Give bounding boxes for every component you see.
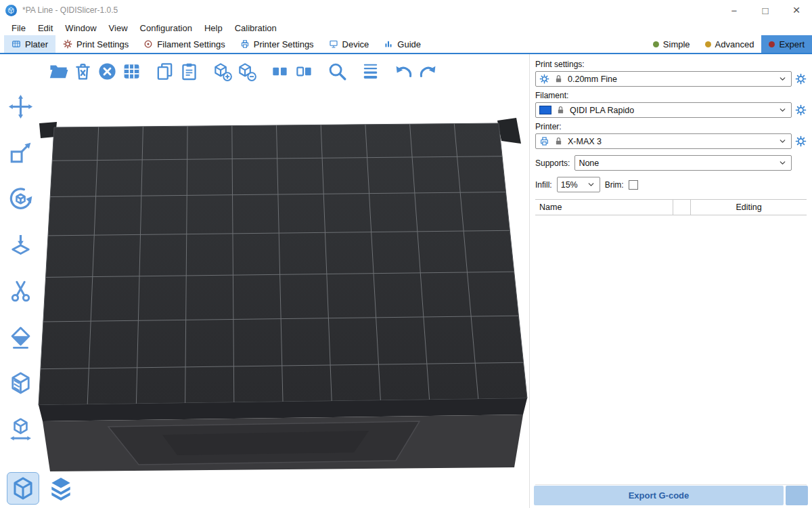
remove-instance-button[interactable] — [234, 59, 258, 83]
scale-tool[interactable] — [5, 138, 35, 167]
delete-all-icon — [97, 62, 117, 81]
tab-filament-settings-label: Filament Settings — [157, 39, 225, 49]
supports-combo[interactable]: None — [574, 155, 792, 171]
supports-value: None — [579, 158, 599, 168]
printer-combo[interactable]: X-MAX 3 — [535, 133, 792, 149]
close-button[interactable]: × — [781, 0, 812, 20]
tab-filament-settings[interactable]: Filament Settings — [136, 35, 232, 53]
arrange-button[interactable] — [119, 59, 143, 83]
tab-guide-label: Guide — [397, 39, 421, 49]
minimize-button[interactable]: − — [719, 0, 750, 20]
printer-base-handle — [162, 431, 369, 455]
advanced-mode-dot-icon — [705, 41, 711, 47]
place-on-face-icon — [8, 232, 33, 257]
simple-mode-dot-icon — [653, 41, 659, 47]
menu-view[interactable]: View — [103, 23, 134, 33]
filament-gear-button[interactable] — [795, 104, 807, 116]
rotate-tool[interactable] — [5, 184, 35, 213]
filament-color-swatch — [539, 106, 551, 114]
printer-value: X-MAX 3 — [568, 137, 602, 146]
printer-gear-button[interactable] — [795, 135, 807, 147]
column-editing: Editing — [691, 200, 807, 215]
mode-switcher: Simple Advanced Expert — [646, 35, 812, 53]
move-tool[interactable] — [5, 92, 35, 121]
infill-value: 15% — [561, 180, 578, 190]
redo-icon — [418, 62, 438, 81]
place-on-face-tool[interactable] — [5, 230, 35, 259]
tab-plater[interactable]: Plater — [4, 35, 55, 53]
support-paint-tool[interactable] — [5, 368, 35, 397]
editor-view-button[interactable] — [7, 472, 39, 505]
preview-layers-icon — [48, 475, 74, 501]
tab-device[interactable]: Device — [321, 35, 377, 53]
split-objects-icon — [270, 62, 290, 81]
titlebar: *PA Line - QIDISlicer-1.0.5 − □ × — [0, 0, 812, 20]
plater-icon — [12, 39, 21, 49]
menu-help[interactable]: Help — [198, 23, 229, 33]
gear-icon — [795, 104, 807, 116]
preview-view-button[interactable] — [45, 472, 77, 505]
tab-printer-settings[interactable]: Printer Settings — [233, 35, 321, 53]
search-icon — [328, 62, 347, 81]
gear-icon — [795, 135, 807, 147]
build-plate-scene — [0, 54, 529, 508]
column-extruder — [673, 200, 691, 215]
menu-calibration[interactable]: Calibration — [229, 23, 283, 33]
object-list-header: Name Editing — [535, 200, 807, 215]
lock-icon — [554, 136, 564, 146]
tab-guide[interactable]: Guide — [376, 35, 428, 53]
move-icon — [8, 94, 33, 119]
filament-combo[interactable]: QIDI PLA Rapido — [535, 102, 792, 118]
filament-label: Filament: — [535, 91, 807, 100]
infill-combo[interactable]: 15% — [557, 177, 600, 192]
copy-icon — [155, 62, 175, 81]
filament-settings-icon — [143, 39, 153, 49]
chevron-down-icon — [777, 74, 788, 84]
main-toolbar — [46, 59, 440, 83]
sidebar: Print settings: 0.20mm Fine Filament: QI… — [529, 54, 812, 508]
window-controls: − □ × — [719, 0, 812, 20]
tab-print-settings-label: Print Settings — [76, 39, 129, 49]
menu-edit[interactable]: Edit — [32, 23, 59, 33]
mode-advanced[interactable]: Advanced — [698, 35, 762, 53]
brim-checkbox[interactable] — [629, 180, 638, 190]
redo-button[interactable] — [415, 59, 440, 83]
export-row: Export G-code — [534, 486, 808, 505]
printer-label: Printer: — [535, 122, 807, 131]
app-logo-cube-icon — [7, 7, 15, 14]
delete-all-button[interactable] — [95, 59, 119, 83]
open-folder-icon — [49, 62, 68, 81]
maximize-button[interactable]: □ — [750, 0, 781, 20]
mode-expert[interactable]: Expert — [761, 35, 812, 53]
delete-button[interactable] — [70, 59, 95, 83]
cut-tool[interactable] — [5, 276, 35, 305]
print-settings-combo[interactable]: 0.20mm Fine — [535, 71, 792, 87]
open-button[interactable] — [46, 59, 70, 83]
printer-icon — [539, 136, 549, 146]
add-instance-button[interactable] — [210, 59, 234, 83]
menu-file[interactable]: File — [5, 23, 32, 33]
menu-configuration[interactable]: Configuration — [134, 23, 198, 33]
export-gcode-button[interactable]: Export G-code — [534, 486, 784, 505]
tab-print-settings[interactable]: Print Settings — [55, 35, 136, 53]
variable-layer-height-button[interactable] — [358, 59, 382, 83]
cut-icon — [8, 278, 33, 303]
paste-icon — [179, 62, 199, 81]
menu-window[interactable]: Window — [59, 23, 102, 33]
export-options-button[interactable] — [786, 486, 808, 505]
infill-label: Infill: — [535, 180, 552, 190]
split-parts-button[interactable] — [292, 59, 316, 83]
viewport-3d[interactable] — [0, 54, 529, 508]
mode-simple[interactable]: Simple — [646, 35, 698, 53]
search-button[interactable] — [325, 59, 349, 83]
view-switch — [7, 472, 77, 505]
measure-tool[interactable] — [5, 415, 35, 443]
seam-tool[interactable] — [5, 322, 35, 351]
undo-button[interactable] — [391, 59, 415, 83]
paste-button[interactable] — [177, 59, 201, 83]
object-list-body[interactable] — [535, 215, 807, 485]
filament-value: QIDI PLA Rapido — [570, 106, 634, 115]
copy-button[interactable] — [152, 59, 177, 83]
split-objects-button[interactable] — [267, 59, 292, 83]
print-settings-gear-button[interactable] — [795, 73, 807, 85]
